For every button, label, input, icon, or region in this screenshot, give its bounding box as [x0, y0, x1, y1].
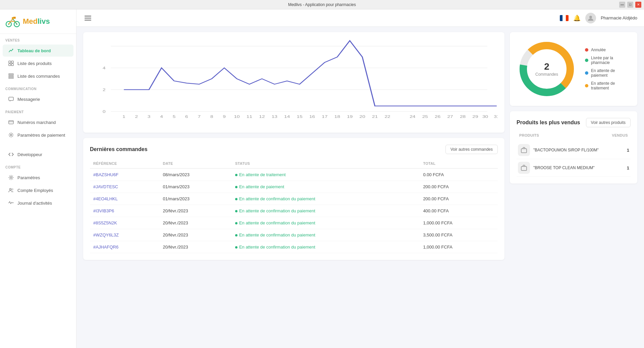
activity-icon [8, 200, 14, 206]
sidebar-item-liste-des-commandes[interactable]: Liste des commandes [3, 70, 73, 82]
order-total: 200.00 FCFA [420, 181, 498, 193]
user-avatar [585, 13, 596, 23]
svg-text:8: 8 [210, 115, 213, 119]
legend-label-livree: Livrée par la pharmacie [591, 56, 631, 65]
order-status: En attente de confirmation du paiement [232, 241, 420, 253]
tableau-de-bord-label: Tableau de bord [17, 48, 51, 53]
code-icon [8, 151, 14, 157]
order-date: 20/févr./2023 [160, 217, 232, 229]
svg-point-21 [12, 189, 13, 190]
order-total: 200.00 FCFA [420, 193, 498, 205]
product-sold: 1 [619, 165, 629, 170]
sidebar: Medlivs VENTES Tableau de bord Liste des… [0, 9, 76, 348]
col-date: DATE [160, 159, 232, 168]
svg-text:25: 25 [422, 115, 428, 119]
sidebar-item-numeros-marchand[interactable]: Numéros marchand [3, 116, 73, 128]
minimize-button[interactable]: — [619, 2, 625, 8]
col-produits-header: PRODUITS [519, 133, 539, 137]
sidebar-item-liste-des-produits[interactable]: Liste des produits [3, 57, 73, 69]
svg-rect-16 [9, 121, 13, 124]
sidebar-item-compte-employes[interactable]: Compte Employés [3, 184, 73, 196]
svg-text:20: 20 [360, 115, 365, 119]
svg-point-20 [10, 189, 11, 190]
liste-des-commandes-label: Liste des commandes [17, 74, 60, 79]
flag-france[interactable] [560, 15, 569, 21]
gear-icon [8, 132, 14, 138]
chart-container: 0 2 4 1 2 3 4 5 6 7 8 9 [90, 39, 498, 126]
svg-text:31: 31 [494, 115, 498, 119]
table-row: #8S5Z5N2K 20/févr./2023 En attente de co… [90, 217, 498, 229]
svg-rect-64 [521, 166, 527, 170]
close-button[interactable]: ✕ [635, 2, 641, 8]
section-label-dev [0, 141, 76, 148]
svg-text:17: 17 [322, 115, 327, 119]
svg-rect-14 [9, 77, 13, 78]
svg-text:28: 28 [460, 115, 466, 119]
line-chart-svg: 0 2 4 1 2 3 4 5 6 7 8 9 [90, 39, 498, 126]
order-total: 1,000.00 FCFA [420, 217, 498, 229]
svg-text:11: 11 [247, 115, 252, 119]
product-row: "BACTOPOUMON SIROP FL/100M" 1 [517, 141, 631, 159]
sidebar-item-parametres[interactable]: Paramètres [3, 171, 73, 184]
flag-white [562, 15, 566, 21]
donut-label: Commandes [535, 72, 558, 77]
order-ref: #I3VIB3P6 [90, 205, 160, 217]
order-ref: #BAZSHU6F [90, 168, 160, 181]
legend-item-attente-paiement: En attente de paiement [585, 68, 631, 78]
product-name: "BACTOPOUMON SIROP FL/100M" [533, 148, 616, 152]
order-ref: #JAVDTESC [90, 181, 160, 193]
list-icon [8, 73, 14, 79]
svg-text:30: 30 [482, 115, 488, 119]
section-label-paiement: PAIEMENT [0, 106, 76, 116]
sidebar-item-parametres-paiement[interactable]: Paramètres de paiement [3, 129, 73, 141]
logo-icon [5, 14, 20, 29]
sidebar-item-developpeur[interactable]: Développeur [3, 148, 73, 160]
legend-label-attente-traitement: En attente de traitement [591, 81, 631, 90]
maximize-button[interactable]: □ [627, 2, 633, 8]
svg-text:4: 4 [160, 115, 163, 119]
svg-text:10: 10 [234, 115, 239, 119]
hamburger-line2 [85, 18, 91, 18]
table-row: #WZQY6L3Z 20/févr./2023 En attente de co… [90, 229, 498, 241]
notification-bell[interactable]: 🔔 [573, 14, 581, 22]
svg-text:22: 22 [384, 115, 390, 119]
svg-point-18 [10, 134, 12, 136]
order-status: En attente de confirmation du paiement [232, 205, 420, 217]
svg-text:5: 5 [173, 115, 176, 119]
svg-point-7 [12, 49, 13, 50]
col-vendus-header: VENDUS [612, 133, 628, 137]
titlebar-title: Medlivs - Application pour pharmacies [288, 2, 356, 7]
svg-text:29: 29 [472, 115, 478, 119]
donut-card: 2 Commandes Annulée Livrée par la pharma… [510, 32, 637, 106]
svg-text:2: 2 [135, 115, 138, 119]
parametres-label: Paramètres [17, 175, 40, 180]
sidebar-item-messagerie[interactable]: Messagerie [3, 93, 73, 105]
voir-autres-commandes-button[interactable]: Voir autres commandes [445, 145, 498, 154]
section-label-ventes: VENTES [0, 34, 76, 44]
voir-autres-produits-button[interactable]: Voir autres produits [586, 118, 631, 127]
product-icon [518, 162, 530, 174]
svg-text:2: 2 [103, 88, 106, 92]
svg-rect-13 [9, 76, 13, 77]
users-icon [8, 187, 14, 193]
orders-table-header-row: RÉFÉRENCE DATE STATUS TOTAL [90, 159, 498, 168]
product-sold: 1 [619, 148, 629, 153]
order-status: En attente de confirmation du paiement [232, 217, 420, 229]
donut-wrapper: 2 Commandes [517, 39, 577, 99]
col-status: STATUS [232, 159, 420, 168]
hamburger-button[interactable] [83, 14, 93, 22]
products-card: Produits les plus vendus Voir autres pro… [510, 111, 637, 184]
order-total: 1,000.00 FCFA [420, 241, 498, 253]
svg-point-19 [10, 177, 12, 179]
svg-text:14: 14 [284, 115, 290, 119]
order-status: En attente de traitement [232, 168, 420, 181]
svg-text:3: 3 [148, 115, 151, 119]
sidebar-item-journal-activites[interactable]: Journal d'activités [3, 197, 73, 209]
parametres-paiement-label: Paramètres de paiement [17, 133, 65, 138]
svg-text:18: 18 [334, 115, 340, 119]
order-status: En attente de confirmation du paiement [232, 229, 420, 241]
content-area: 0 2 4 1 2 3 4 5 6 7 8 9 [76, 27, 644, 348]
products-list: "BACTOPOUMON SIROP FL/100M" 1 "BROOSE TO… [517, 141, 631, 177]
table-row: #4EO4LHKL 01/mars/2023 En attente de con… [90, 193, 498, 205]
sidebar-item-tableau-de-bord[interactable]: Tableau de bord [3, 45, 73, 57]
